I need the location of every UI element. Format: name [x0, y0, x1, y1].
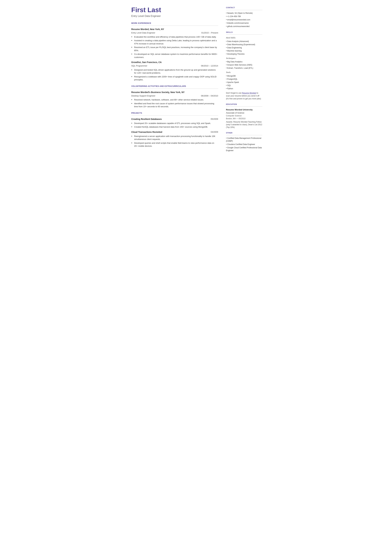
bullet-item: Designed and tested SQL-driven applicati…: [131, 68, 218, 75]
skills-section: SKILLS Hard Skills: Data Analysis (Advan…: [226, 31, 262, 100]
technique-item: Big Data Analytics: [226, 60, 262, 63]
tool-item: SQL: [226, 84, 262, 87]
volunteering-divider: [131, 89, 218, 89]
bullet-item: Resolved an ETL issue per PL/SQL best pr…: [131, 46, 218, 52]
bullet-item: Evaluated the workflow and efficiency of…: [131, 35, 218, 39]
bullet-item: Co-developed an SQL server database syst…: [131, 53, 218, 59]
job-1-dates: 01/2015 – Present: [201, 31, 218, 35]
contact-item-location: Newark, NJ (Open to Remote): [226, 12, 262, 14]
edu-location: Boston, MA — 05/2010: [226, 117, 262, 120]
right-column: CONTACT Newark, NJ (Open to Remote) +1-2…: [223, 0, 267, 201]
tool-item: Python: [226, 87, 262, 90]
work-experience-heading: WORK EXPERIENCE: [131, 22, 218, 25]
skills-heading: SKILLS: [226, 31, 262, 34]
bullet-item: Developed queries and shell scripts that…: [131, 141, 218, 148]
vol-1-bullets: Resolved network, hardware, software, an…: [131, 98, 218, 108]
tools-label: Tools:: [226, 71, 262, 74]
other-list: Certified Data Management Professional (…: [226, 137, 262, 152]
bullet-item: Developed 20+ scalable databases capable…: [131, 122, 218, 125]
skill-item: Developing Theories: [226, 53, 262, 56]
edu-school: Resume Worded University: [226, 108, 262, 111]
hard-skills-label: Hard Skills:: [226, 36, 262, 39]
candidate-name: First Last: [131, 6, 218, 14]
techniques-label: Techniques:: [226, 57, 262, 60]
contact-item-github: github.com/resumeworded: [226, 25, 262, 28]
project-2-bullets: Reengineered a server application with t…: [131, 135, 218, 148]
contact-item-linkedin: linkedin.com/in/username: [226, 22, 262, 24]
resume-worded-link[interactable]: Resume Worded: [242, 92, 256, 94]
projects-heading: PROJECTS: [131, 112, 218, 114]
education-divider: [226, 106, 262, 107]
skill-item: Data Analysis (Advanced): [226, 40, 262, 43]
bullet-item: Reorganized a codebase with 2200+ lines …: [131, 75, 218, 81]
bullet-item: Created NoSQL databases that harvest dat…: [131, 125, 218, 129]
education-heading: EDUCATION: [226, 103, 262, 106]
job-2-title: SQL Programmer: [131, 64, 147, 67]
bullet-item: Resolved network, hardware, software, an…: [131, 98, 218, 101]
other-heading: OTHER: [226, 132, 262, 134]
vol-1-dates: 06/2009 – 04/2010: [201, 94, 218, 98]
left-column: First Last Entry Level Data Engineer WOR…: [125, 0, 223, 201]
technique-item: Amazon Web Services (AWS): [226, 63, 262, 66]
vol-1-company: Resume Worded's Business Society, New Yo…: [131, 91, 185, 94]
contact-section: CONTACT Newark, NJ (Open to Remote) +1-2…: [226, 6, 262, 28]
project-2-title: Cloud Transactions Revisited: [131, 130, 162, 134]
edu-field: Computer Science: [226, 114, 262, 117]
vol-1-title-line: Desktop Support Engineer 06/2009 – 04/20…: [131, 94, 218, 98]
work-experience-divider: [131, 26, 218, 26]
project-2-date: 04/2009: [211, 130, 218, 133]
job-1-title: Entry Level Data Engineer: [131, 31, 155, 35]
bullet-item: Assisted in creating a data pipeline usi…: [131, 39, 218, 45]
edu-degree: Associate of Science: [226, 112, 262, 114]
contact-heading: CONTACT: [226, 6, 262, 9]
hard-skills-list: Data Analysis (Advanced) Data Warehousin…: [226, 40, 262, 56]
project-1-title: Creating Resilient Databases: [131, 118, 162, 121]
vol-1-title: Desktop Support Engineer: [131, 94, 155, 98]
resume-page: First Last Entry Level Data Engineer WOR…: [125, 0, 267, 201]
technique-item: Extract, Transform, Load (ETL): [226, 67, 262, 70]
job-2-title-line: SQL Programmer 06/2010 – 12/2014: [131, 64, 218, 67]
tool-item: PostgreSQL: [226, 78, 262, 81]
other-item: Cloudera Certified Data Engineer: [226, 143, 262, 146]
project-1-date: 05/2009: [211, 118, 218, 121]
job-2-company: Growthsi, San Francisco, CA: [131, 61, 162, 64]
skill-item: Data Engineering: [226, 46, 262, 49]
contact-item-phone: +1-234-456-789: [226, 15, 262, 18]
job-1-bullets: Evaluated the workflow and efficiency of…: [131, 35, 218, 59]
project-1-header: Creating Resilient Databases 05/2009: [131, 118, 218, 121]
job-2-dates: 06/2010 – 12/2014: [201, 64, 218, 67]
projects-divider: [131, 115, 218, 116]
tool-item: Apache Spark: [226, 81, 262, 84]
job-2-header: Growthsi, San Francisco, CA: [131, 61, 218, 64]
contact-item-email: email@resumeworded.com: [226, 18, 262, 21]
other-divider: [226, 135, 262, 135]
bullet-item: Identified and fixed the root cause of s…: [131, 102, 218, 108]
techniques-list: Big Data Analytics Amazon Web Services (…: [226, 60, 262, 70]
project-2-header: Cloud Transactions Revisited 04/2009: [131, 130, 218, 134]
other-item: Google Cloud Certified Professional Data…: [226, 146, 262, 152]
volunteering-heading: VOLUNTEERING ACTIVITIES AND EXTRACURRICU…: [131, 85, 218, 88]
other-section: OTHER Certified Data Management Professi…: [226, 132, 262, 152]
project-1-bullets: Developed 20+ scalable databases capable…: [131, 122, 218, 129]
job-1-company: Resume Worded, New York, NY: [131, 28, 164, 31]
job-1-header: Resume Worded, New York, NY: [131, 28, 218, 31]
bullet-item: Reengineered a server application with t…: [131, 135, 218, 141]
job-1-title-line: Entry Level Data Engineer 01/2015 – Pres…: [131, 31, 218, 35]
vol-1-header: Resume Worded's Business Society, New Yo…: [131, 91, 218, 94]
other-item: Certified Data Management Professional (…: [226, 137, 262, 142]
edu-awards: Awards: Resume Worded Teaching Fellow (o…: [226, 121, 262, 129]
contact-list: Newark, NJ (Open to Remote) +1-234-456-7…: [226, 12, 262, 28]
tool-item: MongoDB: [226, 75, 262, 77]
candidate-subtitle: Entry Level Data Engineer: [131, 14, 218, 18]
job-2-bullets: Designed and tested SQL-driven applicati…: [131, 68, 218, 81]
note-pre: Don't forget to use: [226, 92, 242, 94]
skill-item: Machine learning: [226, 49, 262, 52]
skill-item: Data Warehousing (Experienced): [226, 43, 262, 46]
tools-list: MongoDB PostgreSQL Apache Spark SQL Pyth…: [226, 75, 262, 90]
resume-worded-note: Don't forget to use Resume Worded to sca…: [226, 91, 262, 100]
contact-divider: [226, 10, 262, 10]
education-section: EDUCATION Resume Worded University Assoc…: [226, 103, 262, 129]
